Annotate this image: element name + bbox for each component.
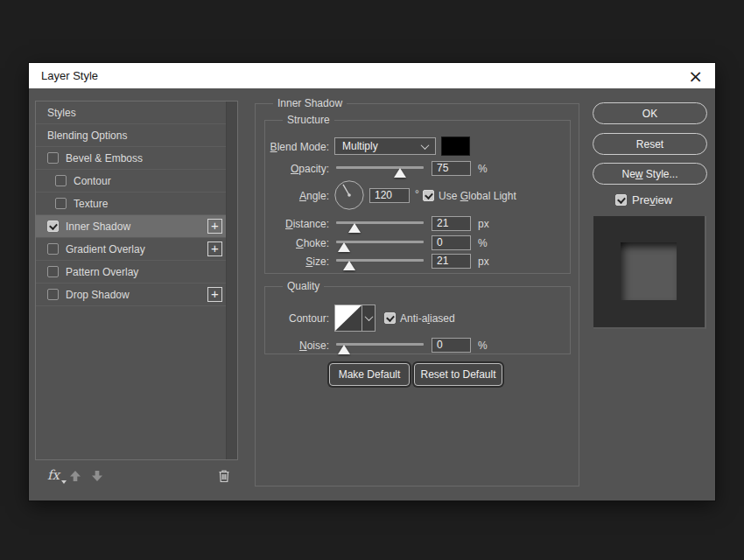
ok-button[interactable]: OK <box>593 102 707 124</box>
checkbox-inner-shadow[interactable] <box>47 220 59 232</box>
checkbox-contour[interactable] <box>55 175 67 186</box>
blend-mode-value: Multiply <box>342 140 378 152</box>
new-style-button[interactable]: New Style... <box>593 163 707 185</box>
noise-slider-thumb[interactable] <box>338 345 350 354</box>
opacity-slider-thumb[interactable] <box>394 168 406 178</box>
add-effect-icon[interactable]: + <box>207 242 222 256</box>
size-input[interactable]: 21 <box>432 254 471 269</box>
opacity-label: Opacity: <box>265 163 329 175</box>
noise-input[interactable]: 0 <box>432 338 471 353</box>
noise-label: Noise: <box>265 340 329 352</box>
anti-aliased-label: Anti-aliased <box>400 312 455 325</box>
panel-title: Inner Shadow <box>273 97 347 109</box>
trash-icon <box>217 468 231 483</box>
anti-aliased-checkbox[interactable] <box>384 312 396 324</box>
choke-label: Choke: <box>265 237 329 249</box>
fx-menu-button[interactable]: fx <box>47 467 60 483</box>
sidebar-item-gradient-overlay[interactable]: Gradient Overlay + <box>36 238 226 261</box>
choke-slider-thumb[interactable] <box>338 242 350 252</box>
preview-label: Preview <box>632 193 672 206</box>
use-global-light-checkbox[interactable] <box>423 190 434 201</box>
angle-dial[interactable] <box>333 179 365 211</box>
choke-unit: % <box>478 237 488 249</box>
choke-slider[interactable] <box>336 241 424 253</box>
sidebar-item-label: Inner Shadow <box>66 220 130 233</box>
noise-slider[interactable] <box>336 343 424 355</box>
sidebar-item-label: Contour <box>74 175 111 187</box>
checkbox-pattern-overlay[interactable] <box>47 266 59 277</box>
angle-input[interactable]: 120 <box>369 188 410 203</box>
close-icon[interactable]: × <box>688 68 703 84</box>
sidebar-item-styles[interactable]: Styles <box>36 102 226 124</box>
sidebar-item-pattern-overlay[interactable]: Pattern Overlay <box>36 261 226 284</box>
add-effect-icon[interactable]: + <box>207 219 222 234</box>
shadow-color-swatch[interactable] <box>441 136 470 156</box>
size-unit: px <box>478 256 489 268</box>
chevron-down-icon <box>364 312 373 321</box>
contour-label: Contour: <box>265 312 329 325</box>
size-slider[interactable] <box>336 259 424 271</box>
sidebar-item-label: Texture <box>74 198 108 210</box>
chevron-down-icon <box>421 141 430 150</box>
blend-mode-select[interactable]: Multiply <box>334 137 436 155</box>
size-slider-thumb[interactable] <box>343 261 355 270</box>
checkbox-texture[interactable] <box>55 198 67 209</box>
preview-inner-shadow-square <box>621 242 677 300</box>
noise-unit: % <box>478 340 488 352</box>
contour-thumbnail-icon[interactable] <box>335 305 361 331</box>
preview-checkbox[interactable] <box>615 194 627 206</box>
styles-list: Styles Blending Options Bevel & Emboss C… <box>35 101 238 460</box>
size-label: Size: <box>265 256 329 268</box>
sidebar-item-label: Blending Options <box>47 130 127 142</box>
style-preview-thumbnail <box>593 216 706 329</box>
distance-unit: px <box>478 218 489 230</box>
distance-slider[interactable] <box>336 221 424 234</box>
checkbox-drop-shadow[interactable] <box>47 289 59 300</box>
distance-slider-thumb[interactable] <box>348 223 361 233</box>
move-effect-down-button[interactable] <box>91 470 103 482</box>
layer-style-dialog: Layer Style × Styles Blending Options Be… <box>29 63 715 500</box>
sidebar-scrollbar[interactable] <box>226 102 237 459</box>
sidebar-item-label: Styles <box>47 107 76 119</box>
sidebar-item-drop-shadow[interactable]: Drop Shadow + <box>36 284 226 306</box>
sidebar-item-label: Drop Shadow <box>66 289 130 301</box>
contour-dropdown-button[interactable] <box>361 305 375 331</box>
sidebar-item-contour[interactable]: Contour <box>36 170 226 192</box>
structure-group: Structure Blend Mode: Multiply Opacity: … <box>264 120 571 274</box>
fx-caret-icon <box>61 480 67 484</box>
sidebar-item-texture[interactable]: Texture <box>36 192 226 215</box>
opacity-input[interactable]: 75 <box>432 161 471 176</box>
opacity-slider[interactable] <box>336 166 424 178</box>
quality-group-title: Quality <box>283 280 324 292</box>
reset-button[interactable]: Reset <box>593 133 707 155</box>
distance-input[interactable]: 21 <box>432 216 471 231</box>
delete-effect-button[interactable] <box>217 468 231 483</box>
add-effect-icon[interactable]: + <box>207 287 222 302</box>
dialog-title: Layer Style <box>41 69 98 82</box>
move-effect-up-button[interactable] <box>69 470 81 482</box>
reset-to-default-button[interactable]: Reset to Default <box>414 363 502 386</box>
quality-group: Quality Contour: Anti-aliased Noise: 0 % <box>264 286 571 354</box>
make-default-button[interactable]: Make Default <box>329 363 410 386</box>
sidebar-item-blending-options[interactable]: Blending Options <box>36 124 226 147</box>
choke-input[interactable]: 0 <box>432 235 471 250</box>
dialog-titlebar[interactable]: Layer Style × <box>29 63 715 88</box>
checkbox-gradient-overlay[interactable] <box>47 243 59 255</box>
inner-shadow-panel: Inner Shadow Structure Blend Mode: Multi… <box>255 103 579 486</box>
sidebar-item-label: Gradient Overlay <box>66 243 145 256</box>
opacity-unit: % <box>478 163 488 175</box>
arrow-down-icon <box>91 470 103 482</box>
sidebar-item-bevel-emboss[interactable]: Bevel & Emboss <box>36 147 226 170</box>
fx-icon: fx <box>47 467 60 483</box>
blend-mode-label: Blend Mode: <box>265 141 329 153</box>
checkbox-bevel-emboss[interactable] <box>47 152 59 164</box>
sidebar-item-inner-shadow[interactable]: Inner Shadow + <box>36 215 226 238</box>
angle-unit: ° <box>415 188 419 200</box>
use-global-light-label: Use Global Light <box>439 190 516 202</box>
contour-picker[interactable] <box>334 304 376 332</box>
sidebar-item-label: Pattern Overlay <box>66 266 138 278</box>
angle-dial-icon <box>333 179 365 211</box>
new-style-label: New Style... <box>621 168 677 180</box>
opacity-slider-track[interactable] <box>336 166 424 169</box>
styles-rows: Styles Blending Options Bevel & Emboss C… <box>36 102 226 306</box>
